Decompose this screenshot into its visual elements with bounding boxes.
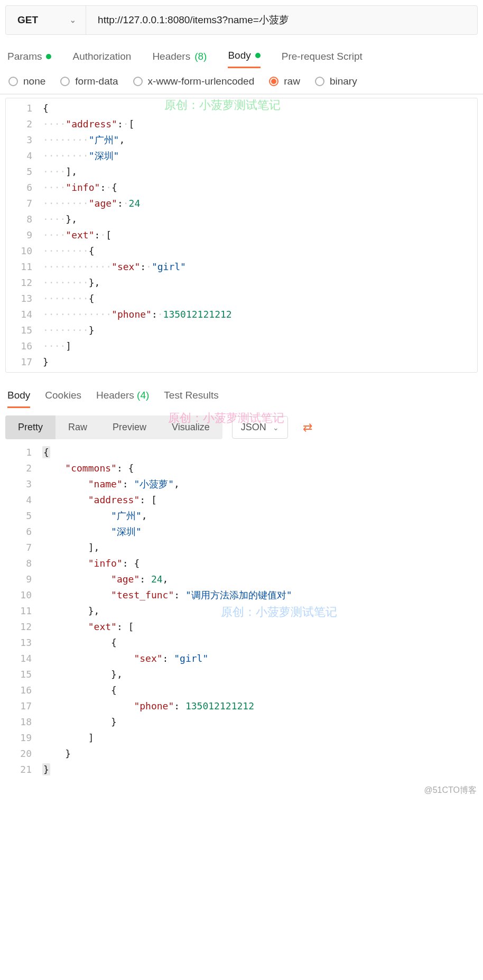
headers-count: (8): [194, 51, 207, 62]
lineno: 3: [6, 132, 43, 148]
code-text: "调用方法添加的键值对": [185, 589, 292, 600]
method-value: GET: [17, 14, 38, 26]
code-text: }: [43, 356, 49, 367]
lineno: 11: [6, 259, 43, 275]
code-text: "深圳": [89, 150, 119, 161]
format-select[interactable]: JSON ⌄: [232, 416, 288, 439]
resp-test-label: Test Results: [164, 390, 218, 401]
lineno: 4: [6, 148, 43, 164]
resp-body-label: Body: [7, 390, 30, 401]
lineno: 13: [6, 291, 43, 307]
radio-icon: [315, 77, 324, 86]
lineno: 2: [6, 116, 43, 132]
lineno: 4: [5, 492, 42, 508]
code-text: "age": [89, 198, 117, 209]
radio-urlenc-label: x-www-form-urlencoded: [148, 76, 255, 87]
code-text: {: [89, 293, 95, 304]
code-text: ]: [88, 732, 94, 743]
resp-tab-cookies[interactable]: Cookies: [45, 390, 81, 408]
btn-raw[interactable]: Raw: [55, 415, 100, 439]
resp-tab-headers[interactable]: Headers (4): [96, 390, 149, 408]
view-mode-group: Pretty Raw Preview Visualize: [5, 415, 222, 439]
code-text: 135012121212: [163, 309, 232, 320]
code-text: "test_func": [111, 589, 174, 600]
code-text: "小菠萝": [134, 478, 174, 489]
code-text: }: [89, 325, 95, 336]
chevron-down-icon: ⌄: [273, 423, 279, 432]
lineno: 7: [5, 540, 42, 556]
code-text: "sex": [134, 653, 162, 664]
radio-raw[interactable]: raw: [269, 76, 300, 87]
code-text: "sex": [112, 261, 140, 272]
radio-binary-label: binary: [330, 76, 357, 87]
code-text: }: [65, 748, 71, 759]
code-text: 135012121212: [185, 700, 254, 711]
radio-formdata[interactable]: form-data: [60, 76, 118, 87]
tab-body[interactable]: Body: [228, 50, 260, 68]
url-input[interactable]: http://127.0.0.1:8080/items3?name=小菠萝: [86, 13, 477, 27]
lineno: 21: [5, 762, 42, 778]
tab-authorization[interactable]: Authorization: [72, 50, 131, 68]
radio-formdata-label: form-data: [75, 76, 118, 87]
radio-raw-label: raw: [284, 76, 300, 87]
lineno: 3: [5, 476, 42, 492]
lineno: 6: [5, 524, 42, 540]
lineno: 5: [6, 164, 43, 180]
lineno: 9: [5, 571, 42, 587]
radio-binary[interactable]: binary: [315, 76, 357, 87]
tab-auth-label: Authorization: [72, 51, 131, 62]
lineno: 12: [6, 275, 43, 291]
tab-prerequest[interactable]: Pre-request Script: [282, 50, 363, 68]
request-bar: GET ⌄ http://127.0.0.1:8080/items3?name=…: [5, 5, 478, 35]
lineno: 5: [5, 508, 42, 524]
code-text: "广州": [111, 510, 142, 521]
code-text: "广州": [89, 134, 119, 145]
wrap-lines-icon[interactable]: ⇄: [298, 417, 318, 439]
code-text: "ext": [88, 621, 117, 632]
code-text: "address": [66, 118, 117, 130]
tab-params[interactable]: Params: [7, 50, 51, 68]
dot-icon: [46, 54, 51, 59]
radio-icon: [8, 77, 18, 86]
lineno: 10: [5, 587, 42, 603]
resp-headers-count: (4): [137, 390, 149, 401]
footer-watermark: @51CTO博客: [0, 783, 483, 801]
method-select[interactable]: GET ⌄: [6, 6, 86, 34]
lineno: 8: [6, 211, 43, 227]
lineno: 12: [5, 619, 42, 635]
resp-tab-body[interactable]: Body: [7, 390, 30, 408]
lineno: 9: [6, 227, 43, 243]
response-tabs: Body Cookies Headers (4) Test Results: [0, 379, 483, 408]
lineno: 1: [5, 445, 42, 460]
tab-headers[interactable]: Headers (8): [152, 50, 207, 68]
btn-preview[interactable]: Preview: [100, 415, 159, 439]
btn-pretty[interactable]: Pretty: [5, 415, 55, 439]
lineno: 2: [5, 460, 42, 476]
code-text: "info": [88, 558, 123, 569]
code-text: ],: [88, 542, 100, 553]
code-text: {: [111, 685, 117, 696]
response-body-viewer[interactable]: 原创：小菠萝测试笔记 1{ 2 "commons": { 3 "name": "…: [5, 442, 478, 783]
request-body-editor[interactable]: 原创：小菠萝测试笔记 1{ 2····"address":·: [[ 3····…: [5, 98, 478, 373]
radio-none[interactable]: none: [8, 76, 45, 87]
lineno: 20: [5, 746, 42, 762]
code-text: }: [42, 763, 50, 775]
code-text: "name": [88, 478, 123, 489]
lineno: 16: [6, 338, 43, 354]
btn-visualize[interactable]: Visualize: [159, 415, 222, 439]
code-text: "girl": [152, 261, 186, 272]
resp-tab-testresults[interactable]: Test Results: [164, 390, 218, 408]
body-type-row: none form-data x-www-form-urlencoded raw…: [0, 68, 483, 95]
lineno: 14: [5, 651, 42, 667]
radio-urlencoded[interactable]: x-www-form-urlencoded: [133, 76, 255, 87]
code-text: "commons": [65, 463, 117, 474]
format-value: JSON: [241, 422, 266, 433]
lineno: 17: [5, 698, 42, 714]
code-text: }: [111, 716, 117, 727]
resp-cookies-label: Cookies: [45, 390, 81, 401]
code-text: ],: [66, 166, 77, 177]
lineno: 13: [5, 635, 42, 651]
lineno: 6: [6, 180, 43, 196]
code-text: },: [89, 277, 100, 288]
lineno: 7: [6, 196, 43, 211]
